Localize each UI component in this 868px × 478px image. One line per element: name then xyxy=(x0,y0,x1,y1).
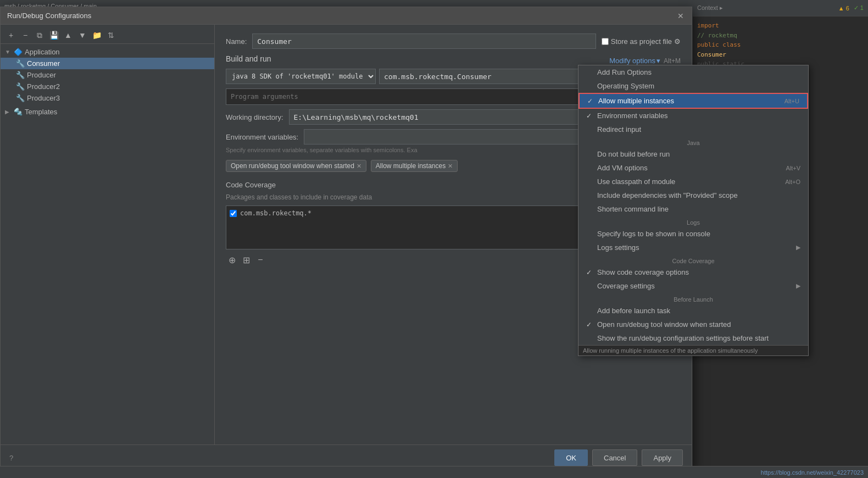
coverage-add-package-button[interactable]: ⊞ xyxy=(240,254,252,266)
tag-label-2: Allow multiple instances xyxy=(376,162,446,170)
store-checkbox[interactable] xyxy=(602,38,609,45)
menu-item-logs-settings[interactable]: Logs settings ▶ xyxy=(578,241,808,254)
modify-options-dropdown: Add Run Options Operating System ✓ Allow… xyxy=(578,65,809,356)
menu-section-java: Java xyxy=(578,136,808,147)
menu-section-logs: Logs xyxy=(578,216,808,227)
menu-label-redirect: Redirect input xyxy=(597,125,641,134)
menu-item-show-coverage[interactable]: ✓ Show code coverage options xyxy=(578,265,808,279)
logs-section-label: Logs xyxy=(687,219,700,226)
modify-options-button[interactable]: Modify options ▾ Alt+M xyxy=(609,57,681,65)
java-section-label: Java xyxy=(687,140,699,146)
save-config-button[interactable]: 💾 xyxy=(48,29,60,41)
coverage-add-button[interactable]: ⊕ xyxy=(226,254,238,266)
check-multiple: ✓ xyxy=(587,97,595,105)
menu-item-redirect-input[interactable]: Redirect input xyxy=(578,123,808,136)
add-config-button[interactable]: + xyxy=(5,29,17,41)
menu-item-operating-system[interactable]: Operating System xyxy=(578,79,808,93)
move-down-button[interactable]: ▼ xyxy=(76,29,88,41)
sort-button[interactable]: ⇅ xyxy=(105,29,117,41)
menu-label-show-before: Show the run/debug configuration setting… xyxy=(597,334,769,342)
producer3-label: Producer3 xyxy=(27,94,60,102)
config-icon-producer2: 🔧 xyxy=(16,82,25,91)
menu-section-coverage: Code Coverage xyxy=(578,254,808,265)
menu-label-add-vm: Add VM options xyxy=(597,164,648,172)
cancel-button[interactable]: Cancel xyxy=(592,449,637,466)
name-row: Name: Store as project file ⚙ xyxy=(226,34,681,49)
menu-item-allow-multiple[interactable]: ✓ Allow multiple instances Alt+U xyxy=(578,93,808,109)
menu-label-classpath: Use classpath of module xyxy=(597,177,675,186)
tag-label-1: Open run/debug tool window when started xyxy=(231,162,354,170)
expand-icon: ▼ xyxy=(5,49,12,55)
menu-item-add-vm[interactable]: Add VM options Alt+V xyxy=(578,161,808,175)
tag-allow-multiple: Allow multiple instances ✕ xyxy=(371,160,458,172)
store-row: Store as project file ⚙ xyxy=(602,37,681,46)
menu-item-add-run-options[interactable]: Add Run Options xyxy=(578,65,808,79)
menu-item-coverage-settings[interactable]: Coverage settings ▶ xyxy=(578,279,808,293)
warning-count: ▲ 6 xyxy=(838,5,849,12)
menu-item-shorten[interactable]: Shorten command line xyxy=(578,202,808,216)
menu-item-specify-logs[interactable]: Specify logs to be shown in console xyxy=(578,227,808,241)
tag-open-tool-window: Open run/debug tool window when started … xyxy=(226,160,366,172)
menu-label-add-run: Add Run Options xyxy=(597,68,652,76)
sidebar-item-producer2[interactable]: 🔧 Producer2 xyxy=(1,81,214,92)
menu-label-logs-settings: Logs settings xyxy=(597,243,639,252)
sidebar-item-templates[interactable]: ▶ 🔩 Templates xyxy=(1,106,214,118)
sidebar-item-consumer[interactable]: 🔧 Consumer xyxy=(1,58,214,69)
remove-config-button[interactable]: − xyxy=(19,29,31,41)
copy-config-button[interactable]: ⧉ xyxy=(34,29,46,41)
templates-expand-icon: ▶ xyxy=(5,109,12,115)
menu-item-add-before-launch[interactable]: Add before launch task xyxy=(578,304,808,318)
menu-item-env-vars[interactable]: ✓ Environment variables xyxy=(578,109,808,123)
menu-item-open-tool-window[interactable]: ✓ Open run/debug tool window when starte… xyxy=(578,318,808,331)
store-label: Store as project file xyxy=(611,37,672,46)
ok-button[interactable]: OK xyxy=(554,449,588,466)
modify-options-shortcut: Alt+M xyxy=(664,57,681,65)
menu-label-open-tool: Open run/debug tool window when started xyxy=(597,320,731,329)
name-label: Name: xyxy=(226,37,247,46)
sidebar-item-producer[interactable]: 🔧 Producer xyxy=(1,69,214,81)
coverage-section-label: Code Coverage xyxy=(672,258,714,264)
arrow-coverage: ▶ xyxy=(796,282,800,290)
menu-item-classpath[interactable]: Use classpath of module Alt+O xyxy=(578,175,808,188)
menu-label-provided: Include dependencies with "Provided" sco… xyxy=(597,191,738,199)
working-dir-label: Working directory: xyxy=(226,113,283,121)
sdk-dropdown[interactable]: java 8 SDK of 'rocketmq01' module xyxy=(226,69,376,84)
shortcut-classpath: Alt+O xyxy=(785,179,800,185)
check-open-tool: ✓ xyxy=(586,321,594,329)
menu-label-show-coverage: Show code coverage options xyxy=(597,268,689,276)
coverage-remove-button[interactable]: − xyxy=(254,254,266,266)
ide-right-label: Context ▸ xyxy=(697,4,723,12)
apply-button[interactable]: Apply xyxy=(642,449,683,466)
consumer-label: Consumer xyxy=(27,59,60,68)
menu-label-os: Operating System xyxy=(597,82,654,90)
coverage-item-label: com.msb.rokectmq.* xyxy=(240,209,311,217)
sidebar-item-producer3[interactable]: 🔧 Producer3 xyxy=(1,92,214,104)
check-show-coverage: ✓ xyxy=(586,269,594,276)
close-button[interactable]: ✕ xyxy=(676,12,685,20)
sidebar-item-application[interactable]: ▼ 🔷 Application xyxy=(1,46,214,58)
config-icon-producer: 🔧 xyxy=(16,71,25,79)
name-input[interactable] xyxy=(252,34,596,49)
menu-item-show-before-start[interactable]: Show the run/debug configuration setting… xyxy=(578,331,808,345)
folder-button[interactable]: 📁 xyxy=(91,29,103,41)
env-vars-label: Environment variables: xyxy=(226,133,298,141)
templates-icon: 🔩 xyxy=(14,108,23,116)
menu-item-provided-scope[interactable]: Include dependencies with "Provided" sco… xyxy=(578,188,808,202)
menu-label-multiple: Allow multiple instances xyxy=(598,97,674,105)
producer-label: Producer xyxy=(27,71,56,79)
menu-label-no-build: Do not build before run xyxy=(597,150,670,158)
sidebar: + − ⧉ 💾 ▲ ▼ 📁 ⇅ ▼ 🔷 Application 🔧 Consum… xyxy=(1,25,215,444)
sidebar-toolbar: + − ⧉ 💾 ▲ ▼ 📁 ⇅ xyxy=(1,27,214,44)
app-icon: 🔷 xyxy=(14,48,23,56)
tag-close-2[interactable]: ✕ xyxy=(448,163,453,170)
menu-item-no-build[interactable]: Do not build before run xyxy=(578,147,808,161)
gear-icon[interactable]: ⚙ xyxy=(674,37,681,46)
tag-close-1[interactable]: ✕ xyxy=(357,163,361,170)
status-url: https://blog.csdn.net/weixin_42277023 xyxy=(761,469,864,476)
menu-label-env: Environment variables xyxy=(597,112,668,120)
modify-options-area: Modify options ▾ Alt+M xyxy=(609,57,681,65)
help-icon[interactable]: ? xyxy=(9,454,13,462)
move-up-button[interactable]: ▲ xyxy=(62,29,74,41)
coverage-checkbox[interactable] xyxy=(230,210,237,217)
producer2-label: Producer2 xyxy=(27,82,60,91)
